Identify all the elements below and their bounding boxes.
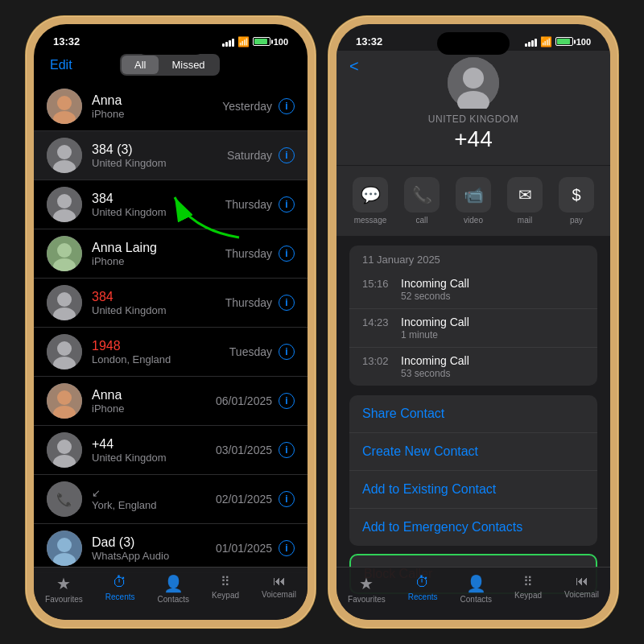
call-right: Yesterday i bbox=[222, 98, 295, 114]
tab-recents[interactable]: ⏱ Recents bbox=[105, 574, 135, 604]
info-button[interactable]: i bbox=[279, 540, 295, 556]
dynamic-island bbox=[134, 32, 207, 55]
log-entry-2: 14:23 Incoming Call 1 minute bbox=[349, 309, 597, 348]
call-item-anna-2[interactable]: Anna iPhone 06/01/2025 i bbox=[34, 377, 308, 426]
call-item-york[interactable]: 📞 ↙ York, England 02/01/2025 i bbox=[34, 475, 308, 524]
info-button[interactable]: i bbox=[279, 491, 295, 507]
call-subtext: London, England bbox=[92, 353, 229, 365]
status-icons-left: 📶 100 bbox=[222, 36, 288, 47]
call-log-section: 11 January 2025 15:16 Incoming Call 52 s… bbox=[349, 246, 597, 386]
add-existing-btn[interactable]: Add to Existing Contact bbox=[349, 471, 597, 509]
share-contact-btn[interactable]: Share Contact bbox=[349, 395, 597, 433]
action-message[interactable]: 💬 message bbox=[353, 177, 388, 225]
recents-header: Edit All Missed bbox=[34, 51, 308, 82]
recents-label: Recents bbox=[105, 592, 135, 601]
call-item-dad[interactable]: Dad (3) WhatsApp Audio 01/01/2025 i bbox=[34, 524, 308, 573]
battery-level: 100 bbox=[274, 37, 288, 47]
call-item-384-3[interactable]: 384 (3) United Kingdom Saturday i bbox=[34, 131, 308, 180]
favourites-label: Favourites bbox=[45, 595, 83, 604]
call-name: Dad (3) bbox=[92, 535, 216, 550]
edit-button[interactable]: Edit bbox=[50, 58, 72, 72]
missed-tab[interactable]: Missed bbox=[159, 56, 217, 74]
svg-point-4 bbox=[57, 145, 72, 159]
all-tab[interactable]: All bbox=[122, 56, 159, 74]
voicemail-icon: ⏮ bbox=[273, 574, 286, 588]
video-label: video bbox=[464, 216, 483, 225]
call-name: Anna bbox=[92, 93, 222, 108]
tab-voicemail-r[interactable]: ⏮ Voicemail bbox=[564, 574, 599, 604]
tab-favourites-r[interactable]: ★ Favourites bbox=[348, 574, 386, 604]
call-item-384-red[interactable]: 384 United Kingdom Thursday i bbox=[34, 279, 308, 328]
info-button[interactable]: i bbox=[279, 442, 295, 458]
tab-keypad[interactable]: ⠿ Keypad bbox=[212, 574, 239, 604]
favourites-label-r: Favourites bbox=[348, 595, 386, 604]
call-name: Anna Laing bbox=[92, 241, 225, 255]
call-item-anna-laing[interactable]: Anna Laing iPhone Thursday i bbox=[34, 229, 308, 279]
info-button[interactable]: i bbox=[279, 393, 295, 409]
tab-contacts-r[interactable]: 👤 Contacts bbox=[460, 574, 492, 604]
call-time: Yesterday bbox=[222, 100, 272, 113]
call-subtext: United Kingdom bbox=[92, 304, 225, 316]
voicemail-label-r: Voicemail bbox=[564, 590, 599, 599]
contact-actions: Share Contact Create New Contact Add to … bbox=[349, 395, 597, 594]
call-item-anna[interactable]: Anna iPhone Yesterday i bbox=[34, 82, 308, 131]
call-subtext: WhatsApp Audio bbox=[92, 550, 216, 562]
tab-favourites[interactable]: ★ Favourites bbox=[45, 574, 83, 604]
keypad-icon-r: ⠿ bbox=[523, 574, 533, 589]
avatar-anna-laing bbox=[47, 236, 82, 271]
log-date: 11 January 2025 bbox=[349, 246, 597, 270]
left-screen: 13:32 📶 100 Edit All Missed bbox=[34, 24, 308, 620]
call-subtext: United Kingdom bbox=[92, 206, 225, 218]
action-call[interactable]: 📞 call bbox=[404, 177, 440, 225]
call-item-384[interactable]: 384 United Kingdom Thursday i bbox=[34, 180, 308, 229]
svg-point-19 bbox=[57, 390, 72, 405]
call-time: Thursday bbox=[225, 198, 272, 211]
info-button[interactable]: i bbox=[279, 246, 295, 262]
call-right: 02/01/2025 i bbox=[216, 491, 295, 507]
contacts-label: Contacts bbox=[158, 595, 189, 604]
log-type-3: Incoming Call bbox=[401, 354, 469, 367]
avatar-anna2 bbox=[47, 383, 82, 419]
tab-contacts[interactable]: 👤 Contacts bbox=[158, 574, 189, 604]
create-contact-btn[interactable]: Create New Contact bbox=[349, 433, 597, 471]
info-button[interactable]: i bbox=[279, 344, 295, 360]
call-item-44[interactable]: +44 United Kingdom 03/01/2025 i bbox=[34, 426, 308, 475]
action-pay[interactable]: $ pay bbox=[559, 177, 594, 225]
recents-icon: ⏱ bbox=[113, 574, 127, 591]
avatar-anna bbox=[47, 89, 82, 124]
call-icon: 📞 bbox=[404, 177, 440, 213]
tab-keypad-r[interactable]: ⠿ Keypad bbox=[514, 574, 542, 604]
info-button[interactable]: i bbox=[279, 98, 295, 114]
svg-point-22 bbox=[57, 440, 72, 454]
action-video[interactable]: 📹 video bbox=[456, 177, 491, 225]
call-name: Anna bbox=[92, 388, 216, 402]
info-button[interactable]: i bbox=[279, 295, 295, 311]
call-time: Saturday bbox=[227, 149, 272, 162]
add-emergency-btn[interactable]: Add to Emergency Contacts bbox=[349, 509, 597, 546]
avatar-grey6: 📞 bbox=[47, 481, 82, 517]
tab-bar-left: ★ Favourites ⏱ Recents 👤 Contacts ⠿ Keyp… bbox=[34, 567, 308, 620]
call-right: Tuesday i bbox=[229, 344, 295, 360]
info-button[interactable]: i bbox=[279, 147, 295, 163]
signal-icon-right bbox=[525, 37, 537, 47]
battery-icon bbox=[253, 37, 270, 46]
action-mail[interactable]: ✉ mail bbox=[507, 177, 543, 225]
keypad-label: Keypad bbox=[212, 591, 239, 600]
call-info-anna: Anna iPhone bbox=[92, 93, 222, 120]
log-entry-1: 15:16 Incoming Call 52 seconds bbox=[349, 270, 597, 309]
call-info-york: ↙ York, England bbox=[92, 487, 216, 511]
tab-recents-r[interactable]: ⏱ Recents bbox=[408, 574, 438, 604]
call-item-1948[interactable]: 1948 London, England Tuesday i bbox=[34, 328, 308, 377]
log-entry-3: 13:02 Incoming Call 53 seconds bbox=[349, 348, 597, 386]
avatar-grey bbox=[47, 138, 82, 173]
call-info-384-3: 384 (3) United Kingdom bbox=[92, 142, 227, 169]
info-button[interactable]: i bbox=[279, 196, 295, 213]
call-subtext: York, England bbox=[92, 499, 216, 511]
call-name: +44 bbox=[92, 437, 216, 452]
pay-label: pay bbox=[570, 216, 583, 225]
call-info-384: 384 United Kingdom bbox=[92, 192, 225, 218]
dynamic-island-right bbox=[437, 32, 510, 55]
avatar-dad bbox=[47, 530, 82, 566]
back-button[interactable]: < bbox=[349, 57, 359, 76]
tab-voicemail[interactable]: ⏮ Voicemail bbox=[262, 574, 296, 604]
